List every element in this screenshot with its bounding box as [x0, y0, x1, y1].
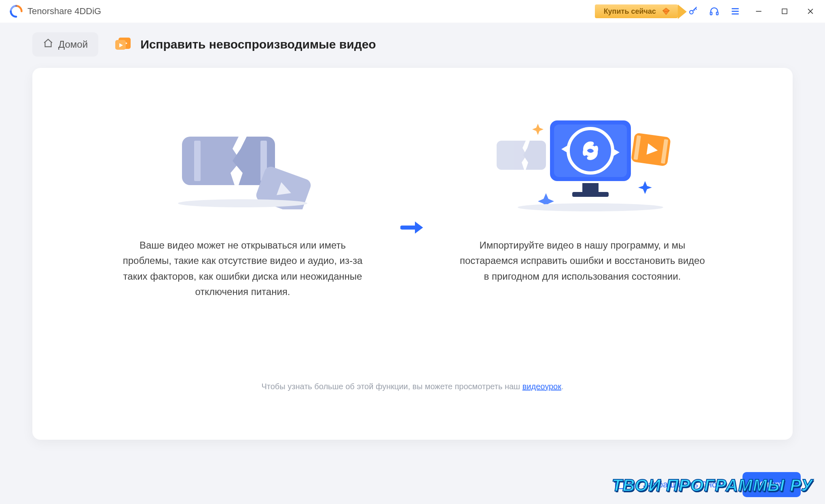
start-button[interactable]: Старт	[742, 472, 801, 497]
dont-ask-again-label: Не Запрашивать Снова	[629, 479, 726, 490]
app-logo-icon	[10, 5, 23, 18]
diamond-icon	[662, 7, 671, 16]
repair-illustration	[457, 116, 708, 213]
svg-marker-33	[532, 124, 544, 135]
app-title: Tenorshare 4DDiG	[28, 6, 101, 17]
titlebar-left: Tenorshare 4DDiG	[10, 5, 101, 18]
video-tutorial-link[interactable]: видеоурок	[522, 382, 561, 391]
svg-marker-32	[638, 181, 652, 194]
svg-rect-3	[710, 12, 712, 15]
hint-suffix: .	[561, 382, 564, 391]
video-tutorial-hint: Чтобы узнать больше об этой функции, вы …	[32, 382, 793, 391]
hint-prefix: Чтобы узнать больше об этой функции, вы …	[261, 382, 522, 391]
headset-icon[interactable]	[709, 6, 720, 17]
video-repair-icon	[114, 36, 132, 53]
minimize-button[interactable]	[751, 3, 767, 19]
home-breadcrumb[interactable]: Домой	[32, 32, 98, 57]
home-label: Домой	[58, 39, 88, 50]
home-icon	[43, 38, 53, 51]
titlebar-right: Купить сейчас	[595, 3, 819, 19]
close-button[interactable]	[802, 3, 819, 19]
buy-now-button[interactable]: Купить сейчас	[595, 4, 678, 18]
svg-rect-9	[782, 9, 787, 14]
solution-column: Импортируйте видео в нашу программу, и м…	[457, 116, 708, 284]
buy-now-label: Купить сейчас	[604, 7, 656, 16]
header-row: Домой Исправить невоспроизводимые видео	[0, 23, 825, 57]
dont-ask-again-checkbox[interactable]: Не Запрашивать Снова	[615, 479, 726, 490]
page-title-wrap: Исправить невоспроизводимые видео	[114, 36, 376, 53]
maximize-button[interactable]	[776, 3, 793, 19]
checkbox-box-icon	[615, 480, 624, 489]
svg-point-20	[178, 199, 307, 207]
titlebar: Tenorshare 4DDiG Купить сейчас	[0, 0, 825, 23]
svg-rect-24	[572, 192, 609, 197]
svg-marker-1	[663, 8, 670, 15]
footer-bar: Не Запрашивать Снова Старт	[0, 465, 825, 504]
svg-point-2	[690, 11, 693, 14]
solution-description: Импортируйте видео в нашу программу, и м…	[457, 238, 708, 284]
content-card: Ваше видео может не открываться или имет…	[32, 68, 793, 440]
arrow-right-icon	[400, 219, 425, 238]
svg-rect-16	[194, 141, 201, 181]
svg-rect-23	[582, 183, 599, 192]
problem-description: Ваше видео может не открываться или имет…	[117, 238, 368, 300]
page-title: Исправить невоспроизводимые видео	[140, 38, 376, 51]
content-columns: Ваше видео может не открываться или имет…	[57, 116, 768, 300]
key-icon[interactable]	[688, 6, 699, 17]
broken-video-illustration	[117, 116, 368, 213]
svg-point-34	[518, 203, 663, 211]
svg-rect-4	[716, 12, 718, 15]
menu-icon[interactable]	[730, 6, 741, 17]
problem-column: Ваше видео может не открываться или имет…	[117, 116, 368, 300]
